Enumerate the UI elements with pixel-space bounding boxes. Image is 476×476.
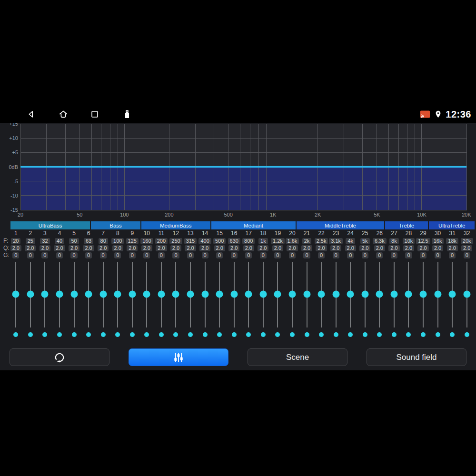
- slider-knob[interactable]: [27, 291, 34, 298]
- q-value-chip[interactable]: 2.0: [214, 245, 225, 251]
- q-value-chip[interactable]: 2.0: [374, 245, 385, 251]
- q-value-chip[interactable]: 2.0: [83, 245, 94, 251]
- q-value-chip[interactable]: 2.0: [359, 245, 370, 251]
- q-value-chip[interactable]: 2.0: [156, 245, 167, 251]
- freq-value-chip[interactable]: 80: [99, 238, 108, 244]
- gain-value-chip[interactable]: 0: [260, 252, 267, 258]
- gain-value-chip[interactable]: 0: [27, 252, 34, 258]
- gain-slider[interactable]: [23, 259, 38, 328]
- q-value-chip[interactable]: 2.0: [98, 245, 109, 251]
- q-value-chip[interactable]: 2.0: [461, 245, 472, 251]
- gain-slider[interactable]: [445, 259, 460, 328]
- gain-value-chip[interactable]: 0: [362, 252, 368, 258]
- freq-value-chip[interactable]: 5k: [360, 238, 370, 244]
- sound-field-button[interactable]: Sound field: [367, 348, 466, 366]
- gain-slider[interactable]: [285, 259, 300, 328]
- gain-slider[interactable]: [372, 259, 387, 328]
- recents-icon[interactable]: [89, 109, 100, 119]
- gain-slider[interactable]: [81, 259, 96, 328]
- gain-slider[interactable]: [241, 259, 256, 328]
- slider-knob[interactable]: [216, 291, 223, 298]
- gain-slider[interactable]: [212, 259, 227, 328]
- freq-value-chip[interactable]: 2.5k: [315, 238, 328, 244]
- freq-value-chip[interactable]: 200: [155, 238, 168, 244]
- slider-knob[interactable]: [361, 291, 368, 298]
- slider-knob[interactable]: [390, 291, 397, 298]
- q-value-chip[interactable]: 2.0: [432, 245, 443, 251]
- gain-value-chip[interactable]: 0: [41, 252, 48, 258]
- gain-slider[interactable]: [314, 259, 329, 328]
- q-value-chip[interactable]: 2.0: [25, 245, 36, 251]
- gain-value-chip[interactable]: 0: [449, 252, 456, 258]
- gain-value-chip[interactable]: 0: [376, 252, 383, 258]
- slider-knob[interactable]: [420, 291, 427, 298]
- q-value-chip[interactable]: 2.0: [54, 245, 65, 251]
- q-value-chip[interactable]: 2.0: [403, 245, 414, 251]
- gain-value-chip[interactable]: 0: [274, 252, 281, 258]
- gain-slider[interactable]: [387, 259, 402, 328]
- slider-knob[interactable]: [230, 291, 238, 298]
- gain-slider[interactable]: [139, 259, 154, 328]
- slider-knob[interactable]: [114, 291, 121, 298]
- slider-knob[interactable]: [70, 291, 78, 298]
- freq-value-chip[interactable]: 500: [213, 238, 226, 244]
- gain-slider[interactable]: [125, 259, 140, 328]
- freq-value-chip[interactable]: 100: [111, 238, 124, 244]
- slider-knob[interactable]: [129, 291, 136, 298]
- q-value-chip[interactable]: 2.0: [141, 245, 152, 251]
- gain-slider[interactable]: [198, 259, 212, 328]
- freq-value-chip[interactable]: 630: [228, 238, 240, 244]
- freq-value-chip[interactable]: 160: [140, 238, 153, 244]
- home-icon[interactable]: [58, 109, 69, 120]
- freq-value-chip[interactable]: 40: [55, 238, 64, 244]
- gain-value-chip[interactable]: 0: [405, 252, 412, 258]
- scene-button[interactable]: Scene: [248, 348, 347, 366]
- gain-slider[interactable]: [459, 259, 474, 328]
- slider-knob[interactable]: [303, 291, 310, 298]
- reset-button[interactable]: [10, 348, 109, 366]
- slider-knob[interactable]: [12, 291, 20, 298]
- back-icon[interactable]: [26, 109, 36, 119]
- freq-value-chip[interactable]: 315: [184, 238, 197, 244]
- gain-slider[interactable]: [401, 259, 416, 328]
- gain-slider[interactable]: [299, 259, 314, 328]
- q-value-chip[interactable]: 2.0: [388, 245, 399, 251]
- gain-slider[interactable]: [343, 259, 358, 328]
- freq-value-chip[interactable]: 400: [198, 238, 211, 244]
- slider-knob[interactable]: [318, 291, 325, 298]
- gain-value-chip[interactable]: 0: [435, 252, 441, 258]
- q-value-chip[interactable]: 2.0: [316, 245, 327, 251]
- freq-value-chip[interactable]: 6.3k: [373, 238, 387, 244]
- q-value-chip[interactable]: 2.0: [199, 245, 210, 251]
- freq-value-chip[interactable]: 16k: [432, 238, 444, 244]
- slider-knob[interactable]: [56, 291, 63, 298]
- freq-value-chip[interactable]: 20: [11, 238, 20, 244]
- gain-value-chip[interactable]: 0: [391, 252, 397, 258]
- gain-value-chip[interactable]: 0: [464, 252, 470, 258]
- gain-slider[interactable]: [358, 259, 373, 328]
- slider-knob[interactable]: [245, 291, 252, 298]
- q-value-chip[interactable]: 2.0: [258, 245, 268, 251]
- q-value-chip[interactable]: 2.0: [301, 245, 312, 251]
- gain-slider[interactable]: [96, 259, 110, 328]
- equalizer-button[interactable]: [129, 348, 228, 366]
- q-value-chip[interactable]: 2.0: [243, 245, 254, 251]
- freq-value-chip[interactable]: 1k: [258, 238, 268, 244]
- slider-knob[interactable]: [376, 291, 383, 298]
- q-value-chip[interactable]: 2.0: [417, 245, 428, 251]
- freq-value-chip[interactable]: 125: [126, 238, 139, 244]
- freq-value-chip[interactable]: 800: [242, 238, 255, 244]
- slider-knob[interactable]: [99, 291, 107, 298]
- gain-value-chip[interactable]: 0: [172, 252, 179, 258]
- gain-value-chip[interactable]: 0: [303, 252, 310, 258]
- q-value-chip[interactable]: 2.0: [287, 245, 298, 251]
- gain-value-chip[interactable]: 0: [202, 252, 208, 258]
- gain-value-chip[interactable]: 0: [187, 252, 194, 258]
- gain-slider[interactable]: [256, 259, 271, 328]
- gain-value-chip[interactable]: 0: [245, 252, 252, 258]
- q-value-chip[interactable]: 2.0: [330, 245, 341, 251]
- usb-drive-icon[interactable]: [122, 109, 132, 120]
- freq-value-chip[interactable]: 12.5: [416, 238, 430, 244]
- gain-value-chip[interactable]: 0: [216, 252, 223, 258]
- freq-value-chip[interactable]: 10k: [403, 238, 415, 244]
